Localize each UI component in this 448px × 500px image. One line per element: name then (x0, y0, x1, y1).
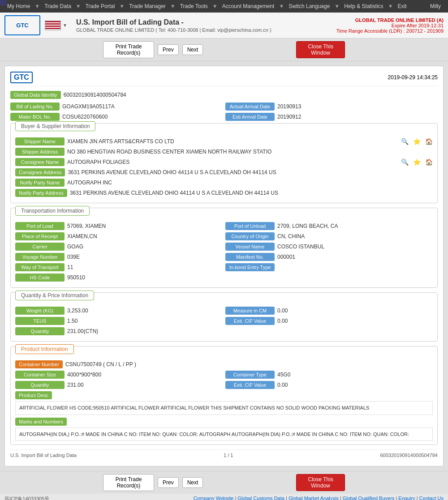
nav-help-statistics[interactable]: Help & Statistics (340, 1, 387, 11)
vessel-name-value: COSCO ISTANBUL (277, 244, 433, 250)
container-size-value: 4000*900*800 (67, 372, 223, 378)
hs-code-label: HS Code (15, 274, 65, 282)
teus-label: TEUS (15, 317, 65, 325)
measure-in-cm-label: Measure in CM (225, 307, 275, 315)
quantity-price-title: Quantity & Price Information (15, 291, 94, 300)
voyage-number-value: 039E (67, 254, 223, 260)
close-button[interactable]: Close This Window (296, 41, 345, 58)
header-center: U.S. Import Bill of Lading Data - GLOBAL… (72, 18, 332, 33)
actual-arrival-date-label: Actual Arrival Date (225, 103, 275, 111)
nav-trade-tools[interactable]: Trade Tools (177, 1, 211, 11)
identity-row: Global Data Identity 6003201909140005047… (10, 91, 438, 99)
shipper-address-row: Shipper Address NO 380 HENGTIAN ROAD BUS… (15, 148, 433, 156)
icp-number: 苏ICP备14033305号 (4, 496, 49, 500)
record-card: GTC 2019-09-29 14:34:25 Global Data Iden… (4, 66, 444, 466)
product-esti-cif-label: Esti. CIF Value (225, 381, 275, 389)
print-button[interactable]: Print Trade Record(s) (103, 41, 154, 58)
product-quantity-label: Quantity (15, 381, 65, 389)
expire-date: Expire After 2019-12-31 (336, 23, 444, 28)
header-bar: GTC ▼ U.S. Import Bill of Lading Data - … (0, 13, 448, 38)
nav-trade-manager[interactable]: Trade Manager (125, 1, 169, 11)
country-of-origin-value: CN, CHINA (277, 233, 433, 239)
consignee-name-label: Consignee Name (15, 158, 65, 166)
container-size-label: Container Size (15, 371, 65, 379)
product-section: Product Information Container Number CSN… (10, 346, 438, 445)
transportation-section: Transportation Information Port of Load … (10, 208, 438, 288)
product-quantity-value: 231.00 (67, 382, 223, 388)
global-data-identity-value: 600320190914000504784 (64, 92, 438, 98)
bol-row: Bill of Lading No. GOAGXM19A05117A Actua… (10, 103, 438, 111)
top-toolbar: Print Trade Record(s) Prev Next Close Th… (0, 38, 448, 61)
port-of-load-label: Port of Load (15, 222, 65, 230)
mater-bol-value: COSU6220760600 (62, 114, 223, 120)
container-number-label: Container Number (15, 360, 63, 368)
footer-global-market[interactable]: Global Market Analysis (289, 496, 339, 500)
card-header: GTC 2019-09-29 14:34:25 (10, 72, 438, 86)
footer-icp-row: 苏ICP备14033305号 Company Website | Global … (0, 494, 448, 500)
bottom-next-button[interactable]: Next (182, 477, 203, 488)
company-name: GLOBAL TRADE ONLINE LIMITED (A) (336, 17, 444, 23)
consignee-address-row: Consignee Address 3631 PERKINS AVENUE CL… (15, 168, 433, 176)
shipper-address-label: Shipper Address (15, 148, 65, 156)
consignee-home-icon[interactable]: 🏠 (425, 158, 433, 166)
actual-arrival-date-value: 20190913 (277, 103, 438, 110)
manifest-no-value: 000001 (277, 254, 433, 260)
bottom-prev-button[interactable]: Prev (158, 477, 179, 488)
nav-exit[interactable]: Exit (394, 1, 410, 11)
product-esti-cif-value: 0.00 (277, 382, 433, 388)
consignee-address-label: Consignee Address (15, 168, 65, 176)
weight-value: 3,253.00 (67, 308, 223, 314)
notify-party-address-row: Notify Party Address 3631 PERKINS AVENUE… (15, 189, 433, 197)
manifest-no-label: Manifest No. (225, 253, 275, 261)
consignee-name-row: Consignee Name AUTOGRAPH FOLIAGES 🔍 ⭐ 🏠 (15, 158, 433, 166)
footer-global-customs[interactable]: Global Customs Data (237, 496, 284, 500)
notify-party-name-value: AUTOGRAPH INC (67, 179, 433, 186)
shipper-search-icon[interactable]: 🔍 (401, 138, 409, 145)
nav-switch-language[interactable]: Switch Language (285, 1, 333, 11)
receipt-origin-row: Place of Receipt XIAMEN,CN Country of Or… (15, 232, 433, 240)
footer-company-website[interactable]: Company Website (194, 496, 234, 500)
place-of-receipt-label: Place of Receipt (15, 232, 65, 240)
consignee-search-icon[interactable]: 🔍 (401, 158, 409, 166)
consignee-star-icon[interactable]: ⭐ (413, 158, 421, 166)
esti-cif-value-label: Esti. CIF Value (225, 317, 275, 325)
bottom-toolbar: Print Trade Record(s) Prev Next Close Th… (0, 471, 448, 494)
bottom-print-button[interactable]: Print Trade Record(s) (103, 474, 154, 491)
card-timestamp: 2019-09-29 14:34:25 (388, 74, 438, 81)
quantity-price-section: Quantity & Price Information Weight (KG)… (10, 292, 438, 342)
time-range: Time Range Accessible (LDR) : 200712 - 2… (336, 28, 444, 34)
shipper-home-icon[interactable]: 🏠 (425, 138, 433, 145)
qty-row: Quantity 231.00(CTN) (15, 327, 433, 335)
teus-value: 1.50 (67, 318, 223, 324)
carrier-label: Carrier (15, 243, 65, 251)
prev-button[interactable]: Prev (158, 44, 179, 55)
page-footer-center: 1 / 1 (224, 453, 233, 458)
way-of-transport-value: 11 (67, 264, 223, 270)
bol-value: GOAGXM19A05117A (62, 103, 223, 110)
next-button[interactable]: Next (182, 44, 203, 55)
way-of-transport-label: Way of Transport (15, 263, 65, 271)
nav-account-management[interactable]: Account Management (219, 1, 278, 11)
bottom-close-button[interactable]: Close This Window (296, 474, 345, 491)
quantity-label: Quantity (15, 327, 65, 335)
footer-enquiry[interactable]: Enquiry (398, 496, 415, 500)
nav-my-home[interactable]: My Home (4, 1, 34, 11)
flag-area: ▼ (45, 21, 67, 30)
buyer-supplier-section: Buyer & Supplier Information Shipper Nam… (10, 123, 438, 203)
shipper-name-label: Shipper Name (15, 137, 65, 145)
measure-in-cm-value: 0.00 (277, 308, 433, 314)
header-right: GLOBAL TRADE ONLINE LIMITED (A) Expire A… (336, 17, 444, 34)
shipper-name-row: Shipper Name XIAMEN JIN ARTS ARTS&CRAFTS… (15, 137, 433, 145)
transportation-title: Transportation Information (15, 206, 90, 216)
carrier-vessel-row: Carrier GOAG Vessel Name COSCO ISTANBUL (15, 243, 433, 251)
footer-contact-us[interactable]: Contact Us (419, 496, 444, 500)
shipper-star-icon[interactable]: ⭐ (413, 138, 421, 145)
marks-label: Marks and Numbers (15, 418, 67, 426)
card-logo: GTC (14, 73, 29, 81)
esti-cif-value-value: 0.00 (277, 318, 433, 324)
nav-trade-data[interactable]: Trade Data (41, 1, 75, 11)
container-number-value: CSNU7500749 ( CN / L / PP ) (65, 361, 433, 368)
nav-trade-portal[interactable]: Trade Portal (82, 1, 119, 11)
product-title: Product Information (15, 344, 74, 354)
footer-global-qualified[interactable]: Global Qualified Buyers (343, 496, 395, 500)
